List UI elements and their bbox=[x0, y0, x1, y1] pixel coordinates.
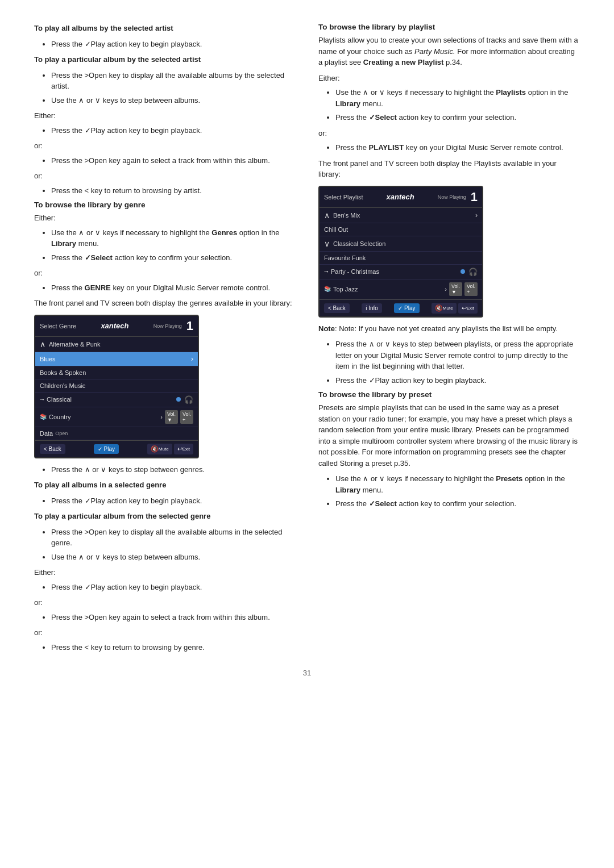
heading-play-particular-genre: To play a particular album from the sele… bbox=[34, 511, 296, 522]
playlist-note-list: Press the ∧ or ∨ keys to step between pl… bbox=[335, 339, 580, 386]
exit-button[interactable]: ↩ Exit bbox=[174, 444, 193, 454]
list-item: Use the ∧ or ∨ keys to step between albu… bbox=[51, 95, 296, 106]
or-label-2: or: bbox=[34, 170, 296, 182]
list-item: Press the >Open key again to select a tr… bbox=[51, 155, 296, 166]
open-label: Open bbox=[55, 431, 68, 436]
playlist-now-playing-area: Now Playing 1 bbox=[438, 190, 478, 205]
genre2-or1-list: Press the >Open key again to select a tr… bbox=[51, 612, 296, 623]
either-label-playlist: Either: bbox=[318, 73, 580, 84]
playlist-item-0: ∧ Ben's Mix › bbox=[320, 208, 482, 223]
arrow-icon: › bbox=[191, 355, 193, 363]
play-button[interactable]: ✓ Play bbox=[94, 444, 119, 454]
playlist-device-title: Select Playlist bbox=[324, 194, 363, 201]
device-header: Select Genre xantech Now Playing 1 bbox=[35, 316, 198, 337]
play-particular-genre-list: Press the >Open key to display all the a… bbox=[51, 527, 296, 563]
heading-play-particular-artist: To play a particular album by the select… bbox=[34, 54, 296, 65]
list-item: Press the < key to return to browsing by… bbox=[51, 642, 296, 653]
either-label-1: Either: bbox=[34, 110, 296, 122]
device-body: ∧ Alternative & Punk Blues › Books & Spo… bbox=[35, 337, 198, 440]
or-list-2: Press the < key to return to browsing by… bbox=[51, 185, 296, 197]
list-item: Press the ✓Play action key to begin play… bbox=[51, 39, 296, 50]
page-number: 31 bbox=[34, 669, 580, 677]
play-all-genre-list: Press the ✓Play action key to begin play… bbox=[51, 495, 296, 507]
either-label-genre: Either: bbox=[34, 212, 296, 224]
headphone-icon: 🎧 bbox=[184, 395, 193, 404]
playlist-item-5: 📚 Top Jazz › Vol.▼ Vol.+ bbox=[320, 279, 482, 299]
list-item: Press the ∧ or ∨ keys to step between ge… bbox=[51, 464, 296, 475]
info-button[interactable]: i Info bbox=[362, 303, 382, 313]
device-now-playing-area: Now Playing 1 bbox=[154, 319, 193, 333]
device-brand: xantech bbox=[101, 322, 128, 330]
genre-item-0: ∧ Alternative & Punk bbox=[35, 337, 198, 352]
or-list-1: Press the >Open key again to select a tr… bbox=[51, 155, 296, 166]
mute-exit-controls: 🔇 Mute ↩ Exit bbox=[147, 444, 193, 454]
playlist-vol-controls: › Vol.▼ Vol.+ bbox=[445, 282, 478, 296]
genre-item-5: 📚 Country › Vol.▼ Vol.+ bbox=[35, 407, 198, 427]
heading-browse-preset: To browse the library by preset bbox=[318, 390, 580, 399]
playlist-mute-exit-controls: 🔇 Mute ↩ Exit bbox=[432, 303, 478, 314]
genre-item-3: Children's Music bbox=[35, 379, 198, 393]
vol-up: Vol.+ bbox=[464, 282, 478, 296]
dot-indicator-playlist bbox=[460, 269, 465, 274]
playlist-device-nav: < Back i Info ✓ Play 🔇 Mute ↩ Exit bbox=[320, 299, 482, 316]
playlist-device-header: Select Playlist xantech Now Playing 1 bbox=[320, 187, 482, 208]
playlist-description2: The front panel and TV screen both displ… bbox=[318, 158, 580, 180]
genre2-either-list: Press the ✓Play action key to begin play… bbox=[51, 582, 296, 593]
genre-item-6: Data Open bbox=[35, 427, 198, 440]
vol-controls: › Vol.▼ Vol.+ bbox=[160, 410, 193, 424]
device-now-playing: Now Playing bbox=[154, 323, 182, 329]
playlist-device-ui: Select Playlist xantech Now Playing 1 ∧ … bbox=[318, 186, 483, 318]
list-item: Press the GENRE key on your Digital Musi… bbox=[51, 282, 296, 294]
genre-item-2: Books & Spoken bbox=[35, 366, 198, 379]
genre-item-1: Blues › bbox=[35, 352, 198, 366]
playlist-back-button[interactable]: < Back bbox=[324, 303, 350, 313]
list-item: Press the < key to return to browsing by… bbox=[51, 185, 296, 197]
list-item: Press the ✓Play action key to begin play… bbox=[51, 582, 296, 593]
list-item: Press the >Open key again to select a tr… bbox=[51, 612, 296, 623]
list-item: Press the ∧ or ∨ keys to step between pl… bbox=[335, 339, 580, 372]
headphone-icon-playlist: 🎧 bbox=[468, 268, 478, 276]
playlist-device-body: ∧ Ben's Mix › Chill Out ∨ Classical Sele… bbox=[320, 208, 482, 299]
playlist-mute-button[interactable]: 🔇 Mute bbox=[432, 303, 457, 314]
list-item: Press the PLAYLIST key on your Digital M… bbox=[335, 142, 580, 153]
arrow-icon: › bbox=[475, 211, 478, 219]
device-number: 1 bbox=[186, 319, 193, 333]
playlist-item-3: Favourite Funk bbox=[320, 252, 482, 265]
heading-play-all-genre: To play all albums in a selected genre bbox=[34, 479, 296, 491]
playlist-device-list: ∧ Ben's Mix › Chill Out ∨ Classical Sele… bbox=[320, 208, 482, 299]
playlist-play-button[interactable]: ✓ Play bbox=[394, 303, 419, 313]
or1-label-genre2: or: bbox=[34, 597, 296, 608]
or-label-genre: or: bbox=[34, 268, 296, 279]
play-particular-artist-list: Press the >Open key to display all the a… bbox=[51, 70, 296, 106]
preset-list: Use the ∧ or ∨ keys if necessary to high… bbox=[335, 473, 580, 510]
device-nav: < Back ✓ Play 🔇 Mute ↩ Exit bbox=[35, 440, 198, 457]
playlist-exit-button[interactable]: ↩ Exit bbox=[458, 303, 478, 314]
list-item: Press the ✓Select action key to confirm … bbox=[335, 498, 580, 510]
genre-description: The front panel and TV screen both displ… bbox=[34, 298, 296, 309]
playlist-item-4: ⊸ Party - Christmas 🎧 bbox=[320, 265, 482, 279]
list-item: Press the ✓Select action key to confirm … bbox=[335, 112, 580, 123]
playlist-item-1: Chill Out bbox=[320, 223, 482, 236]
list-item: Press the ✓Select action key to confirm … bbox=[51, 252, 296, 264]
playlist-note: Note: Note: If you have not yet created … bbox=[318, 323, 580, 335]
genre-or-list: Press the GENRE key on your Digital Musi… bbox=[51, 282, 296, 294]
genre2-or2-list: Press the < key to return to browsing by… bbox=[51, 642, 296, 653]
mute-button[interactable]: 🔇 Mute bbox=[147, 444, 172, 454]
playlist-item-2: ∨ Classical Selection bbox=[320, 236, 482, 252]
or-label-1: or: bbox=[34, 140, 296, 152]
back-button[interactable]: < Back bbox=[40, 444, 65, 454]
heading-play-all-artist: To play all albums by the selected artis… bbox=[34, 23, 296, 34]
playlist-device-brand: xantech bbox=[387, 193, 414, 201]
playlist-or-list: Press the PLAYLIST key on your Digital M… bbox=[335, 142, 580, 153]
list-item: Use the ∧ or ∨ keys if necessary to high… bbox=[335, 87, 580, 109]
list-item: Use the ∧ or ∨ keys to step between albu… bbox=[51, 552, 296, 563]
playlist-device-now-playing: Now Playing bbox=[438, 194, 466, 200]
list-item: Press the ✓Play action key to begin play… bbox=[51, 125, 296, 136]
list-item: Press the >Open key to display all the a… bbox=[51, 70, 296, 92]
playlist-device-number: 1 bbox=[471, 190, 478, 205]
list-item: Press the ✓Play action key to begin play… bbox=[335, 375, 580, 386]
list-item: Press the ✓Play action key to begin play… bbox=[51, 495, 296, 507]
dot-indicator bbox=[176, 397, 181, 402]
right-column: To browse the library by playlist Playli… bbox=[318, 23, 580, 657]
heading-browse-playlist: To browse the library by playlist bbox=[318, 23, 580, 31]
